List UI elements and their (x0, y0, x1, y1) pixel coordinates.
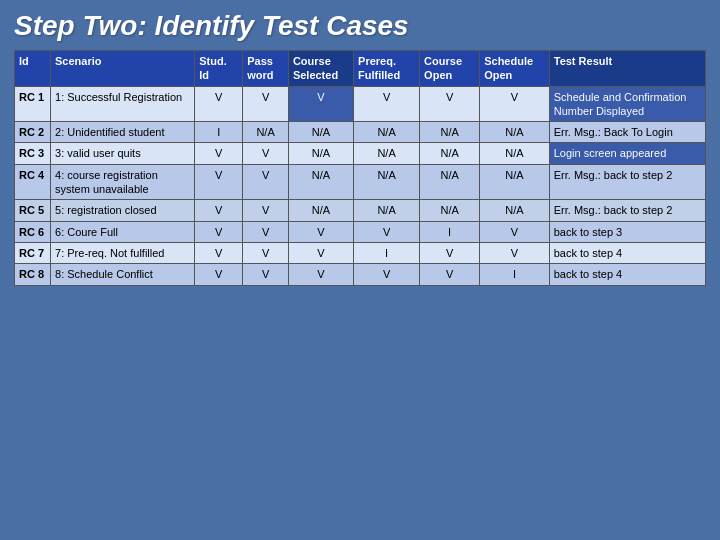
cell-coursesel: V (288, 264, 353, 285)
cell-prereq: N/A (354, 143, 420, 164)
col-header-scenario: Scenario (51, 51, 195, 87)
cell-schedopen: N/A (480, 200, 550, 221)
cell-result: Schedule and Confirmation Number Display… (549, 86, 705, 122)
table-row: RC 88: Schedule ConflictVVVVVIback to st… (15, 264, 706, 285)
cell-id: RC 7 (15, 242, 51, 263)
col-header-schedopen: Schedule Open (480, 51, 550, 87)
cell-studid: V (195, 242, 243, 263)
cell-password: V (243, 164, 289, 200)
cell-schedopen: V (480, 221, 550, 242)
cell-prereq: V (354, 86, 420, 122)
cell-schedopen: I (480, 264, 550, 285)
cell-studid: V (195, 221, 243, 242)
cell-courseopen: V (420, 264, 480, 285)
cell-coursesel: V (288, 242, 353, 263)
cell-id: RC 1 (15, 86, 51, 122)
cell-coursesel: N/A (288, 164, 353, 200)
cell-courseopen: V (420, 86, 480, 122)
col-header-studid: Stud. Id (195, 51, 243, 87)
cell-scenario: 6: Coure Full (51, 221, 195, 242)
page-title: Step Two: Identify Test Cases (14, 10, 706, 42)
cell-result: back to step 4 (549, 264, 705, 285)
cell-schedopen: V (480, 86, 550, 122)
cell-courseopen: V (420, 242, 480, 263)
cell-courseopen: N/A (420, 122, 480, 143)
test-cases-table: IdScenarioStud. IdPass wordCourse Select… (14, 50, 706, 286)
cell-result: Err. Msg.: back to step 2 (549, 200, 705, 221)
cell-result: Login screen appeared (549, 143, 705, 164)
cell-id: RC 5 (15, 200, 51, 221)
cell-courseopen: N/A (420, 200, 480, 221)
table-row: RC 33: valid user quitsVVN/AN/AN/AN/ALog… (15, 143, 706, 164)
page: Step Two: Identify Test Cases IdScenario… (0, 0, 720, 540)
cell-password: V (243, 242, 289, 263)
cell-coursesel: N/A (288, 200, 353, 221)
cell-prereq: N/A (354, 200, 420, 221)
col-header-prereq: Prereq. Fulfilled (354, 51, 420, 87)
cell-prereq: V (354, 264, 420, 285)
cell-id: RC 3 (15, 143, 51, 164)
cell-schedopen: N/A (480, 143, 550, 164)
cell-studid: V (195, 86, 243, 122)
cell-scenario: 5: registration closed (51, 200, 195, 221)
cell-id: RC 2 (15, 122, 51, 143)
cell-result: back to step 3 (549, 221, 705, 242)
cell-result: Err. Msg.: Back To Login (549, 122, 705, 143)
cell-schedopen: N/A (480, 122, 550, 143)
cell-id: RC 4 (15, 164, 51, 200)
cell-studid: I (195, 122, 243, 143)
cell-password: N/A (243, 122, 289, 143)
cell-courseopen: N/A (420, 164, 480, 200)
table-row: RC 22: Unidentified studentIN/AN/AN/AN/A… (15, 122, 706, 143)
cell-prereq: V (354, 221, 420, 242)
col-header-result: Test Result (549, 51, 705, 87)
table-row: RC 44: course registration system unavai… (15, 164, 706, 200)
col-header-password: Pass word (243, 51, 289, 87)
cell-id: RC 8 (15, 264, 51, 285)
cell-scenario: 4: course registration system unavailabl… (51, 164, 195, 200)
cell-scenario: 7: Pre-req. Not fulfilled (51, 242, 195, 263)
cell-studid: V (195, 264, 243, 285)
cell-id: RC 6 (15, 221, 51, 242)
cell-password: V (243, 86, 289, 122)
cell-coursesel: N/A (288, 122, 353, 143)
cell-password: V (243, 221, 289, 242)
cell-scenario: 1: Successful Registration (51, 86, 195, 122)
cell-password: V (243, 143, 289, 164)
cell-courseopen: N/A (420, 143, 480, 164)
cell-password: V (243, 200, 289, 221)
cell-result: back to step 4 (549, 242, 705, 263)
cell-password: V (243, 264, 289, 285)
table-row: RC 55: registration closedVVN/AN/AN/AN/A… (15, 200, 706, 221)
col-header-coursesel: Course Selected (288, 51, 353, 87)
table-row: RC 77: Pre-req. Not fulfilledVVVIVVback … (15, 242, 706, 263)
cell-coursesel: V (288, 86, 353, 122)
cell-prereq: N/A (354, 164, 420, 200)
cell-studid: V (195, 200, 243, 221)
cell-studid: V (195, 164, 243, 200)
cell-studid: V (195, 143, 243, 164)
table-row: RC 11: Successful RegistrationVVVVVVSche… (15, 86, 706, 122)
cell-schedopen: V (480, 242, 550, 263)
col-header-courseopen: Course Open (420, 51, 480, 87)
cell-scenario: 3: valid user quits (51, 143, 195, 164)
cell-scenario: 8: Schedule Conflict (51, 264, 195, 285)
cell-prereq: I (354, 242, 420, 263)
table-row: RC 66: Coure FullVVVVIVback to step 3 (15, 221, 706, 242)
cell-scenario: 2: Unidentified student (51, 122, 195, 143)
col-header-id: Id (15, 51, 51, 87)
cell-schedopen: N/A (480, 164, 550, 200)
cell-prereq: N/A (354, 122, 420, 143)
cell-coursesel: N/A (288, 143, 353, 164)
cell-coursesel: V (288, 221, 353, 242)
cell-courseopen: I (420, 221, 480, 242)
cell-result: Err. Msg.: back to step 2 (549, 164, 705, 200)
